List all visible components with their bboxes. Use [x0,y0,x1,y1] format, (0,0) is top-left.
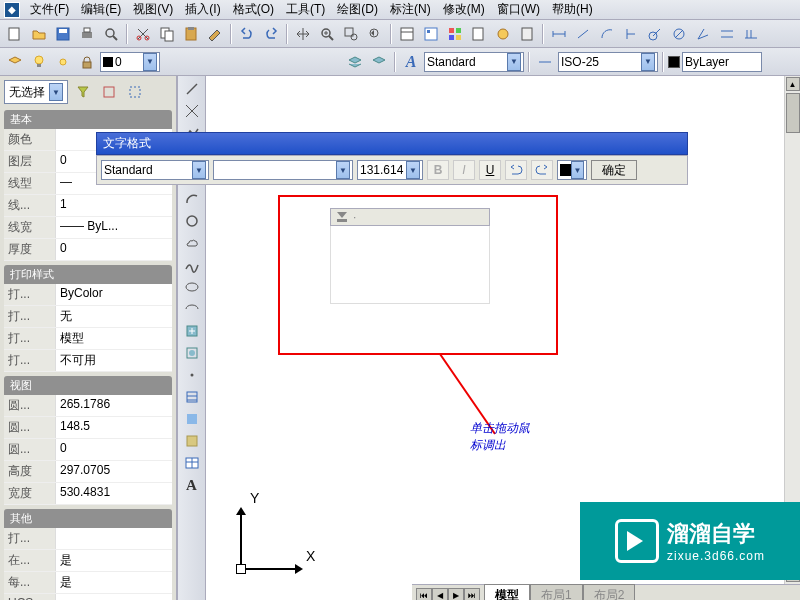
property-row[interactable]: 打... [4,528,172,550]
layer-prop-icon[interactable] [4,51,26,73]
menu-window[interactable]: 窗口(W) [491,0,546,20]
property-value[interactable]: 无 [56,306,172,327]
menu-edit[interactable]: 编辑(E) [75,0,127,20]
dim-ordinate-icon[interactable] [620,23,642,45]
lock-icon[interactable] [76,51,98,73]
layers-icon[interactable] [344,51,366,73]
property-row[interactable]: 高度297.0705 [4,461,172,483]
property-value[interactable]: —— ByL... [56,217,172,238]
dim-aligned-icon[interactable] [572,23,594,45]
sun-icon[interactable] [52,51,74,73]
property-value[interactable]: 0 [56,439,172,460]
chevron-down-icon[interactable]: ▼ [406,161,420,179]
dim-style-icon[interactable] [534,51,556,73]
zoom-icon[interactable] [316,23,338,45]
property-row[interactable]: 线宽—— ByL... [4,217,172,239]
tab-model[interactable]: 模型 [484,584,530,600]
chevron-down-icon[interactable]: ▼ [571,161,584,179]
section-view-header[interactable]: 视图 [4,376,172,395]
properties-icon[interactable] [396,23,418,45]
hatch-icon[interactable] [181,386,203,408]
italic-button[interactable]: I [453,160,475,180]
paste-icon[interactable] [180,23,202,45]
bylayer-combo[interactable]: ByLayer [682,52,762,72]
tab-layout1[interactable]: 布局1 [530,584,583,600]
menu-file[interactable]: 文件(F) [24,0,75,20]
mtext-editor[interactable]: · [330,208,490,304]
save-icon[interactable] [52,23,74,45]
sheet-icon[interactable] [468,23,490,45]
menu-draw[interactable]: 绘图(D) [331,0,384,20]
match-icon[interactable] [204,23,226,45]
property-row[interactable]: 圆...265.1786 [4,395,172,417]
dim-radius-icon[interactable] [644,23,666,45]
chevron-down-icon[interactable]: ▼ [49,83,63,101]
property-row[interactable]: 宽度530.4831 [4,483,172,505]
copy-icon[interactable] [156,23,178,45]
property-row[interactable]: 圆...0 [4,439,172,461]
open-icon[interactable] [28,23,50,45]
print-icon[interactable] [76,23,98,45]
arc-icon[interactable] [181,188,203,210]
chevron-down-icon[interactable]: ▼ [641,53,655,71]
text-style-combo[interactable]: Standard ▼ [424,52,524,72]
dim-diameter-icon[interactable] [668,23,690,45]
dim-angular-icon[interactable] [692,23,714,45]
menu-view[interactable]: 视图(V) [127,0,179,20]
mtext-edit-area[interactable] [330,226,490,304]
filter-icon[interactable] [72,81,94,103]
scroll-up-icon[interactable]: ▲ [786,77,800,91]
tab-prev-icon[interactable]: ◀ [432,588,448,601]
markup-icon[interactable] [492,23,514,45]
layer-color-combo[interactable]: 0 ▼ [100,52,160,72]
pan-icon[interactable] [292,23,314,45]
insert-block-icon[interactable] [181,320,203,342]
layer-prev-icon[interactable] [368,51,390,73]
undo-icon[interactable] [236,23,258,45]
circle-icon[interactable] [181,210,203,232]
preview-icon[interactable] [100,23,122,45]
property-value[interactable]: 是 [56,550,172,571]
ellipse-icon[interactable] [181,276,203,298]
construction-line-icon[interactable] [181,100,203,122]
gradient-icon[interactable] [181,408,203,430]
property-value[interactable]: 148.5 [56,417,172,438]
dim-style-combo[interactable]: ISO-25 ▼ [558,52,658,72]
text-height-combo[interactable]: 131.614 ▼ [357,160,423,180]
indent-marker-icon[interactable] [335,210,349,224]
dim-arc-icon[interactable] [596,23,618,45]
property-value[interactable] [56,594,172,600]
ellipse-arc-icon[interactable] [181,298,203,320]
property-value[interactable]: 0 [56,239,172,260]
chevron-down-icon[interactable]: ▼ [143,53,157,71]
menu-insert[interactable]: 插入(I) [179,0,226,20]
region-icon[interactable] [181,430,203,452]
dim-linear-icon[interactable] [548,23,570,45]
selection-combo[interactable]: 无选择 ▼ [4,80,68,104]
scroll-thumb[interactable] [786,93,800,133]
chevron-down-icon[interactable]: ▼ [336,161,350,179]
text-style-icon[interactable]: A [400,51,422,73]
cut-icon[interactable] [132,23,154,45]
font-style-combo[interactable]: Standard ▼ [101,160,209,180]
dim-quick-icon[interactable] [716,23,738,45]
chevron-down-icon[interactable]: ▼ [192,161,206,179]
property-row[interactable]: UCS... [4,594,172,600]
mtext-ruler[interactable]: · [330,208,490,226]
tab-first-icon[interactable]: ⏮ [416,588,432,601]
property-value[interactable]: 不可用 [56,350,172,371]
menu-dimension[interactable]: 标注(N) [384,0,437,20]
spline-icon[interactable] [181,254,203,276]
property-row[interactable]: 打...模型 [4,328,172,350]
tab-next-icon[interactable]: ▶ [448,588,464,601]
make-block-icon[interactable] [181,342,203,364]
zoom-window-icon[interactable] [340,23,362,45]
property-value[interactable] [56,528,172,549]
property-value[interactable]: 297.0705 [56,461,172,482]
property-row[interactable]: 打...ByColor [4,284,172,306]
property-value[interactable]: 530.4831 [56,483,172,504]
underline-button[interactable]: U [479,160,501,180]
point-icon[interactable] [181,364,203,386]
redo-text-icon[interactable] [531,160,553,180]
chevron-down-icon[interactable]: ▼ [507,53,521,71]
